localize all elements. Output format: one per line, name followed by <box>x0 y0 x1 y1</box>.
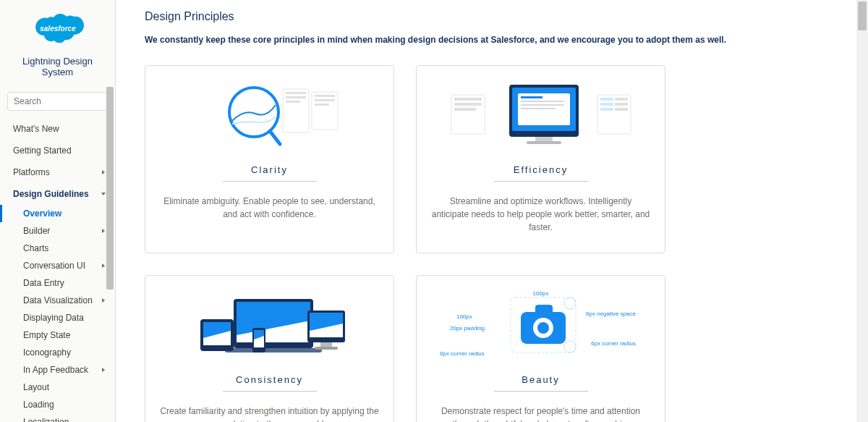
principle-cards: Clarity Eliminate ambiguity. Enable peop… <box>145 65 665 422</box>
subnav-item-loading[interactable]: Loading <box>0 396 115 413</box>
subnav-item-conversation-ui[interactable]: Conversation UI <box>0 257 115 274</box>
svg-point-52 <box>537 322 549 334</box>
subnav-label: Loading <box>23 400 54 410</box>
svg-rect-44 <box>320 342 332 347</box>
card-divider <box>223 181 317 182</box>
anno-top: 100px <box>533 290 549 297</box>
svg-rect-17 <box>615 98 628 101</box>
subnav-item-empty-state[interactable]: Empty State <box>0 326 115 344</box>
beauty-illustration: 100px 100px 20px padding 8px corner radi… <box>431 290 650 363</box>
clarity-illustration <box>160 80 379 153</box>
svg-rect-21 <box>615 108 628 111</box>
salesforce-logo-icon: salesforce <box>32 10 84 46</box>
svg-rect-26 <box>521 101 564 102</box>
card-title: Beauty <box>431 374 650 385</box>
consistency-illustration <box>160 290 379 363</box>
subnav-label: In App Feedback <box>23 365 88 375</box>
svg-rect-34 <box>225 348 322 353</box>
card-divider <box>494 391 588 392</box>
efficiency-illustration <box>431 80 650 153</box>
anno-right2: 6px corner radius <box>591 340 636 347</box>
svg-rect-50 <box>535 305 553 315</box>
svg-rect-12 <box>454 98 482 101</box>
subnav-label: Displaying Data <box>23 313 84 323</box>
svg-rect-13 <box>454 103 482 106</box>
subnav-item-overview[interactable]: Overview <box>0 205 115 222</box>
svg-line-10 <box>270 131 280 144</box>
subnav-item-data-entry[interactable]: Data Entry <box>0 274 115 292</box>
svg-rect-29 <box>535 137 553 141</box>
svg-rect-4 <box>286 101 300 103</box>
anno-left2: 20px padding <box>450 325 485 332</box>
search-input[interactable] <box>7 92 108 111</box>
svg-rect-15 <box>597 95 631 134</box>
svg-point-9 <box>229 88 278 137</box>
card-efficiency: Efficiency Streamline and optimize workf… <box>416 65 665 253</box>
nav-item-platforms[interactable]: Platforms <box>0 161 115 183</box>
subnav-label: Charts <box>23 243 48 253</box>
brand-title: Lightning Design System <box>6 56 109 77</box>
page-intro: We constantly keep these core principles… <box>145 35 839 45</box>
page-scrollbar[interactable] <box>856 0 868 422</box>
subnav-label: Localization <box>23 417 69 422</box>
svg-rect-19 <box>615 103 628 106</box>
subnav-label: Builder <box>23 226 50 236</box>
card-divider <box>223 391 317 392</box>
monitor-workflow-icon <box>447 80 635 153</box>
magnifier-chart-icon <box>197 80 342 153</box>
svg-rect-16 <box>600 98 613 101</box>
svg-rect-27 <box>521 104 564 106</box>
svg-rect-45 <box>315 347 338 350</box>
nav-item-getting-started[interactable]: Getting Started <box>0 140 115 161</box>
svg-rect-2 <box>286 92 306 94</box>
svg-rect-28 <box>521 108 556 109</box>
svg-point-47 <box>564 297 576 309</box>
subnav-item-data-visualization[interactable]: Data Visualization <box>0 292 115 309</box>
nav-label: Design Guidelines <box>13 189 89 199</box>
card-clarity: Clarity Eliminate ambiguity. Enable peop… <box>145 65 394 253</box>
svg-text:salesforce: salesforce <box>40 25 76 33</box>
svg-rect-8 <box>315 104 329 106</box>
sidebar-scrollbar[interactable] <box>105 0 115 422</box>
subnav-label: Layout <box>23 382 49 392</box>
subnav-label: Empty State <box>23 330 70 340</box>
devices-icon <box>190 290 349 363</box>
card-body: Create familiarity and strengthen intuit… <box>160 405 379 422</box>
card-beauty: 100px 100px 20px padding 8px corner radi… <box>416 275 665 422</box>
svg-rect-7 <box>315 99 335 101</box>
nav-label: Platforms <box>13 167 50 177</box>
svg-rect-25 <box>521 96 542 98</box>
card-consistency: Consistency Create familiarity and stren… <box>145 275 394 422</box>
svg-rect-5 <box>312 92 338 130</box>
svg-rect-18 <box>600 103 613 106</box>
nav-label: Getting Started <box>13 145 72 156</box>
main-content: Design Principles We constantly keep the… <box>116 0 868 422</box>
card-body: Eliminate ambiguity. Enable people to se… <box>160 195 379 221</box>
svg-rect-30 <box>527 141 561 144</box>
nav-item-design-guidelines[interactable]: Design Guidelines <box>0 183 115 205</box>
sidebar-scrollbar-thumb[interactable] <box>106 87 114 290</box>
svg-rect-11 <box>451 95 485 134</box>
nav-item-whats-new[interactable]: What's New <box>0 118 115 140</box>
subnav-label: Iconography <box>23 347 71 358</box>
subnav-item-iconography[interactable]: Iconography <box>0 344 115 361</box>
svg-rect-1 <box>283 89 309 132</box>
subnav-item-builder[interactable]: Builder <box>0 222 115 240</box>
subnav-item-displaying-data[interactable]: Displaying Data <box>0 309 115 326</box>
svg-rect-3 <box>286 96 306 98</box>
page-scrollbar-thumb[interactable] <box>858 1 867 30</box>
card-title: Consistency <box>160 374 379 385</box>
svg-point-48 <box>564 341 576 353</box>
subnav-item-in-app-feedback[interactable]: In App Feedback <box>0 361 115 379</box>
subnav-item-charts[interactable]: Charts <box>0 240 115 257</box>
card-title: Efficiency <box>431 164 650 175</box>
subnav-item-localization[interactable]: Localization <box>0 413 115 422</box>
card-body: Demonstrate respect for people's time an… <box>431 405 650 422</box>
subnav-item-layout[interactable]: Layout <box>0 379 115 396</box>
svg-rect-14 <box>454 108 476 111</box>
anno-right1: 6px negative space <box>586 311 636 317</box>
subnav-label: Data Visualization <box>23 295 93 305</box>
card-body: Streamline and optimize workflows. Intel… <box>431 195 650 234</box>
anno-bottom-left: 8px corner radius <box>440 350 485 357</box>
svg-rect-20 <box>600 108 613 111</box>
